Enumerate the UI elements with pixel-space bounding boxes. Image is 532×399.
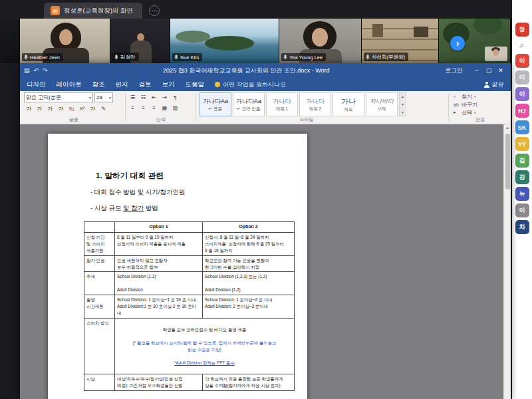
select-button[interactable]: ▸ 선택 ▾ [454,108,507,116]
style-heading1[interactable]: 가나다 제목 1 [266,92,298,116]
search-icon[interactable]: ⌕ [516,39,528,51]
menu-tab-view[interactable]: 보기 [157,78,180,91]
document-title: 2025 협3 한국어재학교교육원 교사회의 안건 조안.docx - Word [48,66,445,75]
align-right-button[interactable]: ≡ [149,103,159,112]
superscript-button[interactable]: X² [77,104,87,113]
paragraph-marks-button[interactable]: ¶ [170,92,180,102]
video-strip: Heather Jeen 김정아 Sue Kim Yea [0,19,512,63]
option1-cell: 인원 제한하지 않고 포함자 모두 자율적으로 참여 [115,255,203,272]
style-normal[interactable]: 가나다Aa ↵ 표준 [200,92,231,116]
group-divider [125,94,126,121]
option2-header: Option 2 [203,222,295,233]
font-size-select[interactable]: 28▾ [94,92,113,102]
participant-avatar[interactable]: 김 [515,170,529,184]
participant-avatar[interactable]: 이 [515,87,529,101]
minimize-button[interactable]: – [471,67,483,74]
scrollbar[interactable]: ▲ [503,124,511,399]
borders-button[interactable]: ▥ [170,103,180,112]
participant-avatar[interactable]: YY [515,137,529,151]
participant-name-badge: Yea Young Lee [281,53,326,61]
strikethrough-button[interactable]: 가 [56,104,66,113]
participant-avatar[interactable]: 차 [515,220,529,234]
participant-avatar[interactable]: 이 [515,54,529,68]
participant-avatar[interactable]: 뉴 [515,187,529,201]
next-videos-button[interactable]: › [450,36,465,51]
video-tile-cha-seonhui[interactable]: 차선희(부원장) [362,19,439,63]
replace-button[interactable]: ab 바꾸기 [454,100,507,108]
undo-icon[interactable]: ↶ [34,67,39,74]
save-icon[interactable]: ▤ [24,67,30,74]
menu-tab-review[interactable]: 검토 [134,78,157,91]
menu-tab-layout[interactable]: 레이아웃 [51,78,87,91]
video-tile-sue-kim[interactable]: Sue Kim [170,19,279,63]
decrease-indent-button[interactable]: ⇤ [149,92,159,102]
row-label: 촬영 시간제한 [84,295,115,319]
participant-face [312,28,328,47]
picture-in-picture [485,47,507,61]
paragraph-group: ☰ ☷ ⇤ ⇥ ¶ ≡ ≡ ≡ ▦ ▥ 단락 [128,92,194,124]
lightbulb-icon [215,82,220,87]
option1-cell: 8 월 11 일부터 9 월 19 일까지 신청서와 스피치 제출을 동시에 제… [115,232,203,255]
scroll-up-button[interactable]: ▲ [504,124,511,132]
bullets-button[interactable]: ☰ [128,92,138,102]
participant-avatar[interactable]: SK [515,120,529,134]
share-label: 공유 [491,80,504,89]
style-no-spacing[interactable]: 가나다Aa ↵ 간격 없음 [233,92,265,116]
video-tile-partial[interactable] [0,19,20,63]
participant-avatar[interactable]: 정 [515,23,529,37]
scroll-thumb[interactable] [505,134,510,190]
participant-avatar[interactable]: 미 [515,70,529,84]
maximize-button[interactable]: ▢ [483,67,495,74]
style-gallery-scroll[interactable]: ▲ ▼ ▼ [399,92,406,116]
video-tile-kim-jeonga[interactable]: 김정아 [110,19,170,63]
shared-screen-tab[interactable]: ▤ 정성훈(교육원장)의 화면 [44,3,142,19]
video-tile-plants[interactable] [439,19,510,63]
shared-screen-tab-title: 정성훈(교육원장)의 화면 [64,7,133,15]
bullet2-text: - 시상 규모 [90,204,123,211]
shading-button[interactable]: ▦ [160,103,170,112]
style-title[interactable]: 가나 제목 [332,92,364,116]
participant-name: 차선희(부원장) [372,54,405,61]
options-table: Option 1 Option 2 신청 기간 및 스피치 제출기한 8 월 1… [84,221,295,391]
video-tile-heather[interactable]: Heather Jeen [20,19,110,63]
participant-avatar[interactable]: 이 [515,203,529,217]
style-preview: 자나바다 [370,97,394,106]
align-center-button[interactable]: ≡ [138,103,148,112]
row-label: 시상 [84,374,115,391]
document-page[interactable]: 1. 말하기 대회 관련 - 대회 접수 방법 및 시기/참가인원 - 시상 규… [48,134,307,399]
tell-me-box[interactable]: 어떤 작업을 원하시나요 [215,80,286,89]
bold-button[interactable]: 가 [24,104,34,113]
share-button[interactable]: 공유 [484,80,511,89]
redo-icon[interactable]: ↷ [43,67,48,74]
more-options-button[interactable]: ⋯ [149,5,160,16]
text-effects-button[interactable]: 가 [88,104,98,113]
underline-button[interactable]: 가 [45,104,55,113]
font-name-value: 맑은 고딕(본문 [26,94,61,101]
italic-button[interactable]: 가 [35,104,45,113]
subscript-button[interactable]: X₂ [66,104,76,113]
increase-indent-button[interactable]: ⇥ [160,92,170,102]
editing-group: ⌕ 찾기 ▾ ab 바꾸기 ▸ 선택 ▾ 편집 [454,92,507,124]
font-color-button[interactable]: ✎ [98,104,108,113]
video-tile-yea-young-lee[interactable]: Yea Young Lee [279,19,362,63]
find-button[interactable]: ⌕ 찾기 ▾ [454,92,507,100]
menu-tab-design[interactable]: 디자인 [21,78,51,91]
menu-tab-mailings[interactable]: 편지 [110,78,134,91]
participant-avatar[interactable]: 김 [515,154,529,168]
close-button[interactable]: ✕ [495,67,507,74]
align-left-button[interactable]: ≡ [128,103,138,112]
numbering-button[interactable]: ☷ [138,92,148,102]
mic-muted-icon [114,55,118,60]
mic-muted-icon [174,55,178,60]
document-canvas: 1. 말하기 대회 관련 - 대회 접수 방법 및 시기/참가인원 - 시상 규… [20,124,511,399]
font-name-select[interactable]: 맑은 고딕(본문▾ [24,92,93,102]
menu-tab-help[interactable]: 도움말 [180,78,210,91]
style-subtitle[interactable]: 자나바다 부제 [366,92,398,116]
style-heading2[interactable]: 가나다 제목 2 [299,92,331,116]
paragraph-group-label: 단락 [128,116,194,123]
chevron-down-icon: ▾ [474,110,476,114]
participant-avatar[interactable]: HJ [515,104,529,118]
option2-cell: School Division: 1 분이상~2 분 이내 Adult Divi… [203,295,295,319]
signin-button[interactable]: 로그인 [445,66,463,75]
menu-tab-references[interactable]: 참조 [87,78,110,91]
